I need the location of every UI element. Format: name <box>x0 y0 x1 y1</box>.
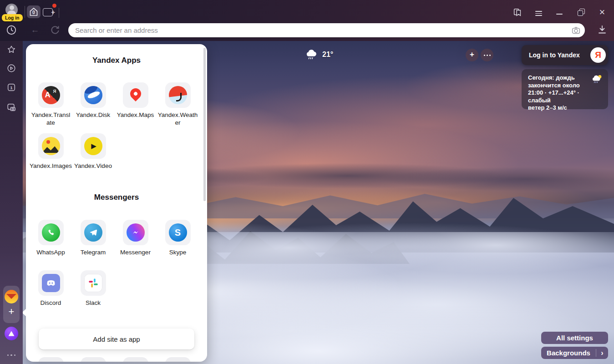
address-bar[interactable] <box>68 23 585 37</box>
weather-forecast-card[interactable]: Сегодня: дождь закончится около 21:00 · … <box>522 69 608 109</box>
app-shortcut-yandex-disk[interactable]: Yandex.Disk <box>72 82 114 126</box>
yandex-video-icon: ▶ <box>84 137 102 155</box>
ellipsis-icon <box>484 55 485 56</box>
yandex-images-icon <box>42 137 60 155</box>
yandex-login-card[interactable]: Log in to Yandex Я <box>522 45 608 65</box>
whatsapp-icon <box>42 223 60 242</box>
close-button[interactable]: × <box>596 5 608 19</box>
restore-button[interactable] <box>578 9 585 16</box>
sidebar-more-button[interactable] <box>0 349 23 358</box>
panel-scrollbar[interactable] <box>203 48 206 201</box>
history-button[interactable] <box>5 24 17 38</box>
app-label: Yandex.Video <box>74 162 112 170</box>
telegram-icon <box>84 223 102 242</box>
app-label: Discord <box>41 299 61 307</box>
chevron-right-icon[interactable]: › <box>596 347 608 359</box>
section-title: Messengers <box>26 193 207 202</box>
skype-icon: S <box>169 223 187 242</box>
download-icon <box>597 24 608 35</box>
forecast-line: 21:00 · +17...+24° · слабый <box>528 89 602 104</box>
clock-icon <box>5 24 17 36</box>
app-label: Yandex.Maps <box>117 111 154 119</box>
yandex-mail-icon[interactable] <box>5 290 18 303</box>
app-shortcut-yandex-maps[interactable]: Yandex.Maps <box>114 82 157 126</box>
tab-home[interactable]: 0 <box>27 5 41 18</box>
forecast-line: Сегодня: дождь <box>528 74 602 82</box>
yandex-translate-icon: A я <box>42 86 60 104</box>
browser-window: Log in 0 + × <box>0 0 614 364</box>
app-shortcut-yandex-weather[interactable]: Yandex.Weather <box>157 82 199 126</box>
screenshot-camera-icon <box>6 102 16 112</box>
login-badge[interactable]: Log in <box>2 14 23 21</box>
app-shortcut-slack[interactable]: Slack <box>72 270 114 307</box>
add-site-as-app-button[interactable]: Add site as app <box>39 329 194 349</box>
new-tab-button[interactable]: + <box>43 7 55 18</box>
back-button[interactable]: ← <box>29 23 41 37</box>
app-shortcut-yandex-images[interactable]: Yandex.Images <box>30 133 72 170</box>
app-label: Slack <box>86 299 101 307</box>
yandex-weather-icon <box>169 86 187 104</box>
app-shortcut-telegram[interactable]: Telegram <box>72 220 114 256</box>
tab-group-icon: 1 <box>6 82 16 92</box>
yandex-disk-icon <box>84 86 102 104</box>
alice-icon <box>9 331 15 336</box>
app-tile-partial <box>81 357 106 362</box>
forecast-line: ветер 2–3 м/с <box>528 104 602 112</box>
refresh-button[interactable] <box>49 24 61 38</box>
temperature-label: 21° <box>322 51 333 59</box>
address-input[interactable] <box>68 23 585 37</box>
app-tile-partial <box>38 357 64 362</box>
app-shortcut-yandex-video[interactable]: ▶ Yandex.Video <box>72 133 114 170</box>
apps-panel: Yandex Apps A я Yandex.Translate <box>26 44 207 362</box>
partial-next-row <box>30 357 203 362</box>
add-panel-button[interactable]: + <box>3 306 20 318</box>
app-label: Skype <box>169 248 187 256</box>
bookmark-panels-icon <box>513 7 523 17</box>
menu-button[interactable] <box>535 10 542 17</box>
home-icon: 0 <box>28 6 39 17</box>
app-shortcut-yandex-translate[interactable]: A я Yandex.Translate <box>30 82 72 126</box>
sun-rain-cloud-icon <box>591 73 603 87</box>
all-settings-button[interactable]: All settings <box>541 332 608 344</box>
add-widget-button[interactable]: + <box>466 49 478 61</box>
minimize-button[interactable] <box>556 14 563 15</box>
media-button[interactable] <box>6 63 16 75</box>
app-tile-partial <box>123 357 148 362</box>
refresh-icon <box>49 24 61 36</box>
slack-icon <box>84 274 102 292</box>
login-card-label: Log in to Yandex <box>529 51 590 59</box>
app-label: Yandex.Images <box>30 162 72 170</box>
app-shortcut-messenger[interactable]: Messenger <box>114 220 157 256</box>
panels-button[interactable] <box>513 7 523 17</box>
bookmarks-button[interactable] <box>6 45 16 56</box>
screenshot-button[interactable] <box>6 102 16 114</box>
app-shortcut-discord[interactable]: Discord <box>30 270 72 307</box>
hamburger-icon <box>535 11 542 12</box>
rain-cloud-icon <box>305 48 319 61</box>
alice-assistant-button[interactable] <box>5 327 18 340</box>
image-search-button[interactable] <box>571 25 581 37</box>
tab-groups-button[interactable]: 1 <box>6 82 16 94</box>
divider <box>25 6 25 18</box>
app-tile-partial <box>165 357 191 362</box>
app-label: WhatsApp <box>36 248 65 256</box>
app-label: Messenger <box>120 248 151 256</box>
messenger-icon <box>127 223 145 242</box>
star-icon <box>6 45 16 55</box>
app-shortcut-whatsapp[interactable]: WhatsApp <box>30 220 72 256</box>
ellipsis-icon <box>7 354 9 356</box>
avatar-person-icon <box>10 5 14 10</box>
backgrounds-button[interactable]: Backgrounds › <box>541 347 608 359</box>
widget-options-button[interactable] <box>481 49 493 61</box>
yandex-logo: Я <box>590 47 606 63</box>
downloads-button[interactable] <box>597 24 608 37</box>
new-tab-page: 21° + Log in to Yandex Я Сегодня: дождь … <box>23 41 614 364</box>
app-shortcut-skype[interactable]: S Skype <box>157 220 199 256</box>
app-label: Yandex.Translate <box>30 111 72 126</box>
weather-widget[interactable]: 21° <box>305 48 333 61</box>
plus-icon: + <box>51 8 55 16</box>
notification-dot <box>52 4 56 8</box>
sidebar-apps-group: + <box>3 286 20 323</box>
panel-pointer-arrow <box>23 308 26 317</box>
app-label: Telegram <box>81 248 106 256</box>
